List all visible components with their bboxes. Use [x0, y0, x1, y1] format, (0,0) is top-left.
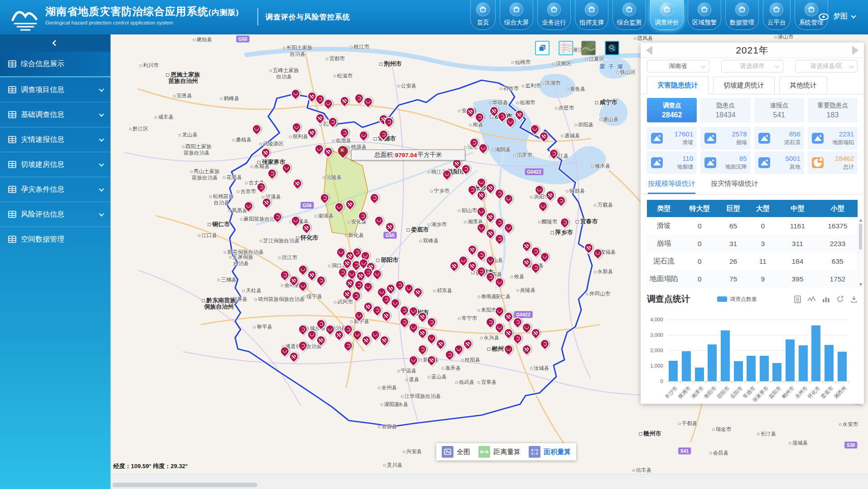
table-scrollbar[interactable]: [858, 217, 863, 288]
bar-长沙市[interactable]: [669, 361, 678, 381]
stat-card-隐患点[interactable]: 隐患点 18434: [700, 98, 750, 122]
sidebar-item-切坡建房信息[interactable]: 切坡建房信息: [0, 152, 111, 177]
nav-item-综合大屏[interactable]: 综合大屏: [500, 0, 533, 30]
nav-item-指挥支撑[interactable]: 指挥支撑: [575, 0, 608, 30]
grid-table-icon: [8, 236, 16, 243]
year-next-arrow-icon[interactable]: [852, 46, 858, 55]
bar-衡阳市[interactable]: [708, 344, 717, 381]
hazard-tile-滑坡[interactable]: 17601 滑坡: [647, 127, 697, 150]
bar-chart-icon[interactable]: [822, 296, 830, 303]
tab-其他统计[interactable]: 其他统计: [779, 77, 827, 94]
sidebar-item-孕灾条件信息[interactable]: 孕灾条件信息: [0, 177, 111, 202]
x-axis-label: 益阳市: [767, 385, 783, 400]
bar-怀化市[interactable]: [811, 325, 820, 381]
stat-card-速报点[interactable]: 速报点 541: [754, 98, 804, 122]
sidebar-item-空间数据管理[interactable]: 空间数据管理: [0, 227, 111, 252]
map-tool-全图[interactable]: 全图: [442, 446, 470, 458]
scroll-thumb[interactable]: [859, 223, 862, 250]
nav-item-首页[interactable]: 首页: [470, 0, 496, 30]
bar-常德市[interactable]: [747, 356, 756, 381]
hazard-tile-地面塌陷[interactable]: 2231 地面塌陷: [808, 127, 858, 150]
region-select-请选择县/区[interactable]: 请选择县/区: [795, 60, 858, 73]
nav-item-数据管理[interactable]: 数据管理: [725, 0, 759, 30]
scroll-up-icon[interactable]: [859, 219, 863, 222]
sidebar-collapse-button[interactable]: [0, 34, 111, 52]
bar-株洲市[interactable]: [682, 351, 691, 381]
hazard-tile-崩塌[interactable]: 2578 崩塌: [700, 127, 750, 150]
gridline: [667, 335, 849, 335]
row-value: 311: [777, 240, 817, 248]
download-icon[interactable]: [850, 295, 858, 303]
survey-edit-icon: [660, 3, 674, 16]
nav-item-业务运行[interactable]: 业务运行: [537, 0, 571, 30]
map-tool-icon: [478, 446, 490, 458]
nav-item-云平台[interactable]: 云平台: [763, 0, 791, 30]
gridline: [667, 366, 849, 366]
chevron-down-icon: [99, 186, 104, 191]
x-axis-label: 永州市: [793, 385, 809, 400]
line-chart-icon[interactable]: [807, 296, 816, 303]
user-menu-chevron-icon[interactable]: [851, 13, 856, 18]
basemap-street-thumbnail[interactable]: [559, 41, 573, 55]
bar-永州市[interactable]: [799, 345, 808, 381]
bar-郴州市[interactable]: [786, 339, 795, 381]
region-select-请选择市[interactable]: 请选择市: [721, 60, 784, 73]
nav-item-综合监测[interactable]: 综合监测: [612, 0, 646, 30]
other-icon: [758, 156, 772, 169]
sidebar-item-基础调查信息[interactable]: 基础调查信息: [0, 102, 111, 127]
region-select-湖南省[interactable]: 湖南省: [647, 60, 709, 73]
sidebar-item-风险评估信息[interactable]: 风险评估信息: [0, 202, 111, 227]
stat-card-重要隐患点[interactable]: 重要隐患点 183: [808, 98, 858, 122]
bar-湘西州[interactable]: [838, 352, 847, 381]
user-name[interactable]: 梦图: [833, 12, 848, 21]
hazard-tile-其他[interactable]: 5001 其他: [754, 151, 804, 174]
bar-岳阳市[interactable]: [734, 361, 743, 381]
basemap-earth-thumbnail[interactable]: [605, 41, 619, 55]
hazard-tile-总计[interactable]: 28462 总计: [808, 151, 858, 174]
home-icon: [476, 3, 490, 16]
hazard-tile-泥石流[interactable]: 856 泥石流: [754, 127, 804, 150]
map-tool-距离量算[interactable]: 距离量算: [478, 446, 521, 458]
command-person-icon: [585, 3, 598, 16]
hazard-tile-地面沉降[interactable]: 85 地面沉降: [700, 151, 750, 174]
basemap-satellite-thumbnail[interactable]: [581, 41, 596, 55]
x-axis-label: 长沙市: [664, 385, 679, 400]
eye-icon[interactable]: [818, 13, 829, 20]
header-divider: [257, 8, 258, 25]
bar-娄底市[interactable]: [825, 345, 834, 381]
street-map-icon: [559, 42, 572, 54]
hazard-tile-地裂缝[interactable]: 110 地裂缝: [647, 151, 697, 174]
business-cabinet-icon: [547, 3, 561, 16]
table-row[interactable]: 崩塌03133112233: [647, 235, 858, 252]
refresh-icon[interactable]: [836, 295, 844, 303]
sidebar-item-调查项目信息[interactable]: 调查项目信息: [0, 77, 111, 102]
year-prev-arrow-icon[interactable]: [646, 46, 652, 55]
map-tool-label: 全图: [457, 448, 470, 456]
sidebar-item-综合信息展示[interactable]: 综合信息展示: [0, 52, 111, 77]
tab-切坡建房统计[interactable]: 切坡建房统计: [713, 77, 775, 94]
stat-card-调查点[interactable]: 调查点 28462: [647, 98, 697, 122]
sidebar-item-灾情速报信息[interactable]: 灾情速报信息: [0, 127, 111, 152]
data-view-icon[interactable]: [794, 295, 801, 303]
select-value: 请选择市: [740, 62, 765, 70]
layers-button[interactable]: [535, 41, 550, 55]
grid-table-icon: [8, 211, 16, 218]
nav-item-调查评价[interactable]: 调查评价: [650, 0, 684, 30]
scroll-down-icon[interactable]: [859, 283, 863, 286]
chart-legend[interactable]: 调查点数量: [717, 295, 757, 303]
nav-item-区域预警[interactable]: 区域预警: [688, 0, 721, 30]
horizontal-scrollbar-thumb[interactable]: [112, 483, 257, 487]
x-tick: [732, 381, 732, 383]
subtab-按规模等级统计[interactable]: 按规模等级统计: [648, 179, 695, 194]
bar-张家界市[interactable]: [760, 356, 769, 381]
table-row[interactable]: 地面塌陷07593951752: [647, 270, 858, 288]
bar-邵阳市[interactable]: [721, 330, 730, 381]
subtab-按灾情等级统计[interactable]: 按灾情等级统计: [711, 179, 758, 194]
bar-湘潭市[interactable]: [695, 368, 704, 381]
tab-灾害隐患统计[interactable]: 灾害隐患统计: [647, 77, 709, 94]
bar-益阳市[interactable]: [772, 363, 781, 381]
map-tool-面积量算[interactable]: 面积量算: [529, 446, 571, 458]
ground-fissure-icon: [651, 156, 664, 169]
table-row[interactable]: 泥石流02611184635: [647, 252, 858, 270]
table-row[interactable]: 滑坡0650116116375: [647, 217, 858, 235]
